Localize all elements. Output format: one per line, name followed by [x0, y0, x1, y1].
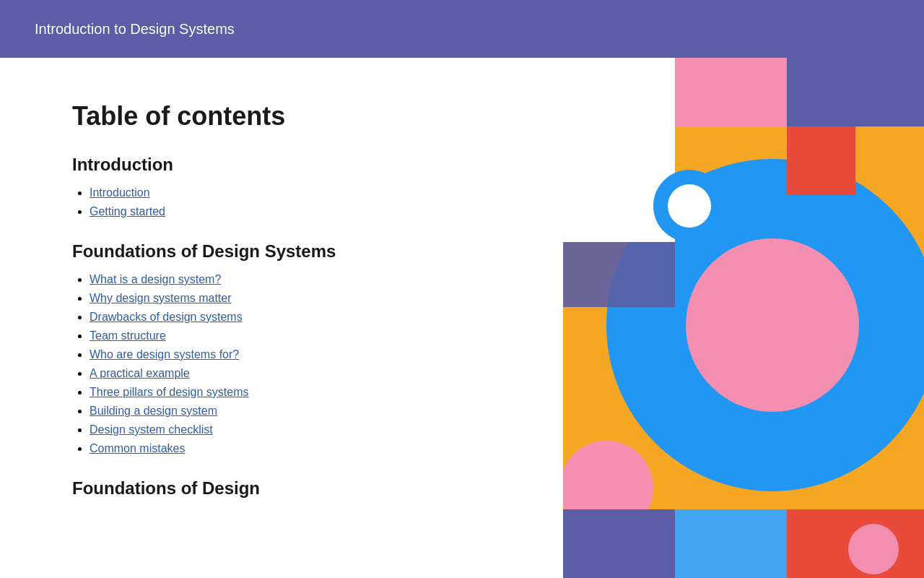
toc-list-foundations: What is a design system? Why design syst…	[72, 273, 491, 455]
toc-link-what-is[interactable]: What is a design system?	[90, 273, 221, 285]
list-item: Design system checklist	[90, 423, 491, 436]
toc-heading: Table of contents	[72, 101, 491, 131]
list-item: Who are design systems for?	[90, 348, 491, 361]
toc-link-practical-example[interactable]: A practical example	[90, 367, 190, 379]
svg-rect-15	[787, 126, 855, 195]
list-item: Building a design system	[90, 405, 491, 418]
toc-list-introduction: Introduction Getting started	[72, 186, 491, 218]
svg-rect-1	[675, 58, 787, 126]
main-container: Table of contents Introduction Introduct…	[0, 58, 924, 578]
svg-point-11	[848, 524, 899, 574]
toc-link-checklist[interactable]: Design system checklist	[90, 423, 213, 436]
decorative-svg	[563, 58, 924, 578]
header-title: Introduction to Design Systems	[35, 21, 235, 38]
toc-link-getting-started[interactable]: Getting started	[90, 205, 165, 217]
svg-rect-8	[563, 126, 675, 242]
toc-link-common-mistakes[interactable]: Common mistakes	[90, 442, 185, 454]
svg-rect-10	[563, 509, 675, 578]
svg-rect-0	[787, 58, 924, 126]
list-item: Why design systems matter	[90, 292, 491, 305]
content-area: Table of contents Introduction Introduct…	[0, 58, 563, 578]
site-header: Introduction to Design Systems	[0, 0, 924, 58]
toc-link-three-pillars[interactable]: Three pillars of design systems	[90, 386, 249, 398]
list-item: Three pillars of design systems	[90, 386, 491, 399]
svg-rect-6	[563, 235, 675, 307]
list-item: Common mistakes	[90, 442, 491, 455]
toc-link-drawbacks[interactable]: Drawbacks of design systems	[90, 311, 243, 323]
list-item: What is a design system?	[90, 273, 491, 286]
section-heading-foundations: Foundations of Design Systems	[72, 241, 491, 262]
toc-link-introduction[interactable]: Introduction	[90, 186, 150, 199]
list-item: Team structure	[90, 329, 491, 342]
svg-rect-12	[675, 509, 787, 578]
section-heading-foundations-design: Foundations of Design	[72, 478, 491, 499]
toc-link-building[interactable]: Building a design system	[90, 405, 217, 417]
toc-link-team-structure[interactable]: Team structure	[90, 329, 166, 342]
decorative-graphic	[563, 58, 924, 578]
list-item: Introduction	[90, 186, 491, 199]
list-item: A practical example	[90, 367, 491, 380]
list-item: Getting started	[90, 205, 491, 218]
toc-link-why-matter[interactable]: Why design systems matter	[90, 292, 232, 304]
toc-link-who-for[interactable]: Who are design systems for?	[90, 348, 239, 361]
svg-point-4	[686, 238, 859, 412]
section-heading-introduction: Introduction	[72, 155, 491, 175]
list-item: Drawbacks of design systems	[90, 311, 491, 324]
svg-point-14	[668, 184, 711, 228]
